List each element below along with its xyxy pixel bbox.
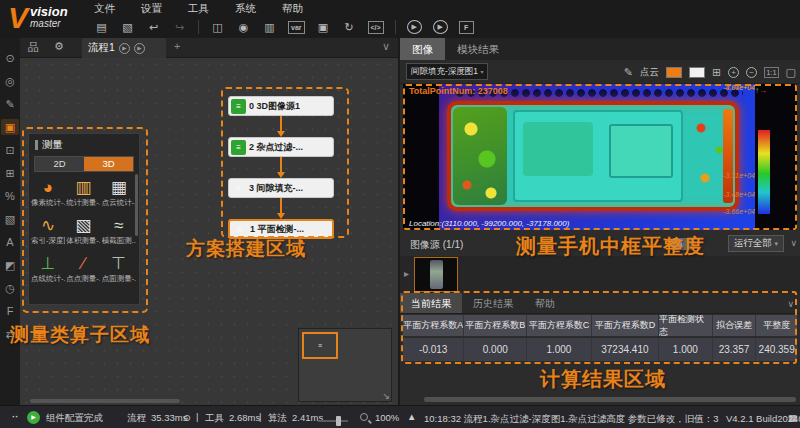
phone-depth-map bbox=[447, 101, 739, 211]
topbar: V vision master 文件 设置 工具 系统 帮助 ▤ ▧ ↩ ↪ ◫… bbox=[0, 0, 800, 38]
zoom-in-icon[interactable]: + bbox=[728, 67, 739, 78]
strip-arrow-icon[interactable]: ▸ bbox=[404, 268, 409, 279]
menu-system[interactable]: 系统 bbox=[235, 2, 256, 16]
run-all-dropdown[interactable]: 运行全部 ▾ bbox=[728, 235, 784, 252]
resize-icon[interactable]: ↘ bbox=[382, 391, 390, 401]
color-icon[interactable]: ◩ bbox=[1, 257, 19, 273]
camera-icon[interactable]: ◉ bbox=[236, 19, 251, 35]
tool-pixel-stats[interactable]: ◕ 像素统计-... bbox=[31, 178, 65, 208]
pencil-icon[interactable]: ✎ bbox=[624, 66, 633, 79]
source-dropdown[interactable]: 间隙填充-深度图1 ▾ bbox=[406, 63, 488, 80]
script-icon[interactable]: </> bbox=[368, 21, 384, 34]
depth-image-view[interactable]: TotalPointNum: 237008 Location:(3110.000… bbox=[403, 84, 797, 230]
tab-image[interactable]: 图像 bbox=[400, 38, 445, 60]
tool-index-depth[interactable]: ∿ 索引-深度图 bbox=[31, 216, 65, 246]
col-header: 平面方程系数C bbox=[527, 315, 592, 336]
node-gap-fill[interactable]: ≡ 3 间隙填充-... bbox=[228, 178, 334, 198]
result-hscrollbar[interactable] bbox=[424, 397, 796, 402]
detect-icon[interactable]: ⊞ bbox=[1, 165, 19, 181]
wrench-icon[interactable]: ⚙ bbox=[54, 40, 64, 53]
annotation-operators: 测量类算子区域 bbox=[10, 322, 150, 348]
menu-tools[interactable]: 工具 bbox=[188, 2, 209, 16]
add-flow-icon[interactable]: + bbox=[174, 40, 180, 52]
locate-icon[interactable]: ⊡ bbox=[1, 142, 19, 158]
acquire-icon[interactable]: ⊙ bbox=[1, 50, 19, 66]
zoom-slider[interactable] bbox=[318, 420, 348, 422]
image-config-icon[interactable]: ▧ bbox=[1, 211, 19, 227]
tab-2d[interactable]: 2D bbox=[35, 157, 84, 171]
menu-help[interactable]: 帮助 bbox=[282, 2, 303, 16]
status-play-icon[interactable]: ▶ bbox=[27, 411, 40, 424]
hierarchy-icon[interactable]: 品 bbox=[28, 40, 39, 55]
tool-cross-section[interactable]: ≈ 横截面测... bbox=[102, 216, 136, 246]
panel-icon[interactable]: ▣ bbox=[316, 19, 331, 35]
flow-hscrollbar[interactable] bbox=[30, 399, 180, 403]
tab-history-result[interactable]: 历史结果 bbox=[462, 293, 524, 313]
variable-icon[interactable]: var bbox=[288, 21, 305, 34]
undo-icon[interactable]: ↩ bbox=[146, 19, 161, 35]
color-swatch-white[interactable] bbox=[689, 67, 705, 78]
node-3d-image-source[interactable]: ≡ 0 3D图像源1 bbox=[228, 96, 334, 116]
tool-stat-measure[interactable]: ▥ 统计测量-... bbox=[66, 178, 100, 208]
tool-time-label: 工具 bbox=[205, 412, 224, 425]
measure-icon[interactable]: ▣ bbox=[1, 119, 19, 135]
tool-point-point[interactable]: ∕ 点点测量-... bbox=[66, 254, 100, 284]
node-noise-filter[interactable]: ≡ 2 杂点过滤-... bbox=[228, 137, 334, 157]
more-dots-icon[interactable]: ·· bbox=[12, 411, 18, 422]
history-icon[interactable]: ◷ bbox=[1, 280, 19, 296]
tool-line-stats[interactable]: ⊥ 点线统计-... bbox=[31, 254, 65, 284]
module-list-icon[interactable]: ▥ bbox=[262, 19, 277, 35]
tab-3d[interactable]: 3D bbox=[84, 157, 133, 171]
camera-module-region bbox=[453, 107, 507, 205]
zoom-slider-knob[interactable] bbox=[336, 416, 341, 426]
color-swatch-orange[interactable] bbox=[666, 67, 682, 78]
tool-pointcloud-stats[interactable]: ▦ 点云统计-... bbox=[102, 178, 136, 208]
minimap-viewport[interactable]: ≡ bbox=[302, 332, 338, 359]
calc-icon[interactable]: % bbox=[1, 188, 19, 204]
curve-icon: ∿ bbox=[41, 216, 55, 236]
logic-icon[interactable]: F bbox=[1, 303, 19, 319]
fit-view-icon[interactable]: ▢ bbox=[786, 66, 796, 79]
tool-volume-measure[interactable]: ▧ 体积测量-... bbox=[66, 216, 100, 246]
tab-current-result[interactable]: 当前结果 bbox=[400, 293, 462, 313]
open-icon[interactable]: ▧ bbox=[120, 19, 135, 35]
grid-menu-icon[interactable]: ▦ bbox=[788, 412, 797, 423]
flow-header-chevron-icon[interactable]: ∨ bbox=[382, 40, 390, 53]
refresh-icon[interactable]: ↻ bbox=[342, 19, 357, 35]
result-chevron-icon[interactable]: ∨ bbox=[787, 299, 794, 309]
menu-settings[interactable]: 设置 bbox=[141, 2, 162, 16]
run-once-icon[interactable]: ▶ bbox=[407, 20, 422, 34]
calibrate-icon[interactable]: ◎ bbox=[1, 73, 19, 89]
stats-icon: ⊙ bbox=[183, 412, 191, 423]
pointcloud-label: 点云 bbox=[640, 66, 659, 79]
actual-size-icon[interactable]: 1:1 bbox=[764, 67, 778, 78]
table-row[interactable]: -0.013 0.000 1.000 37234.410 1.000 23.35… bbox=[403, 336, 797, 361]
collapse-chevron-icon[interactable]: ∨ bbox=[790, 238, 797, 248]
pan-icon[interactable]: ⊞ bbox=[712, 66, 721, 79]
menu-file[interactable]: 文件 bbox=[94, 2, 115, 16]
layout-icon[interactable]: ◫ bbox=[210, 19, 225, 35]
log-message[interactable]: 10:18:32 流程1.杂点过滤-深度图1.杂点过滤高度 参数已修改，旧值：3… bbox=[424, 413, 720, 426]
ocr-icon[interactable]: A bbox=[1, 234, 19, 250]
image-thumbnail[interactable] bbox=[414, 257, 458, 292]
run-flow-loop-icon[interactable]: ▶ bbox=[134, 43, 145, 54]
flow-minimap[interactable]: ≡ ↘ bbox=[298, 328, 392, 402]
panel-scrollbar[interactable] bbox=[135, 174, 138, 236]
tab-module-result[interactable]: 模块结果 bbox=[445, 38, 511, 60]
format-icon[interactable]: F bbox=[459, 21, 474, 34]
tab-help[interactable]: 帮助 bbox=[524, 293, 566, 313]
result-tabs: 当前结果 历史结果 帮助 ∨ bbox=[400, 293, 800, 314]
zoom-out-icon[interactable]: − bbox=[746, 67, 757, 78]
status-divider: | bbox=[196, 411, 198, 422]
edge-region bbox=[723, 109, 733, 203]
annotation-scheme: 方案搭建区域 bbox=[186, 236, 306, 262]
run-continuous-icon[interactable]: ▶ bbox=[433, 20, 448, 34]
save-icon[interactable]: ▤ bbox=[94, 19, 109, 35]
redo-icon[interactable]: ↪ bbox=[172, 19, 187, 35]
cell-coef-d: 37234.410 bbox=[592, 338, 659, 361]
tab-flow1[interactable]: 流程1 ▶ ▶ bbox=[82, 38, 166, 58]
image-edit-icon[interactable]: ✎ bbox=[1, 96, 19, 112]
tool-point-plane[interactable]: ⊤ 点面测量-... bbox=[102, 254, 136, 284]
magnifier-icon bbox=[360, 413, 368, 421]
run-flow-icon[interactable]: ▶ bbox=[119, 43, 130, 54]
